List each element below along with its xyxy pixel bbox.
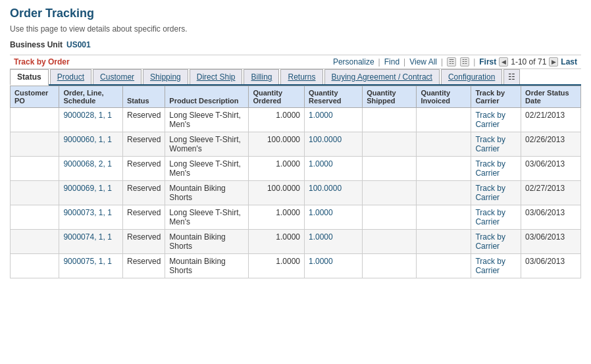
table-row: 9000075, 1, 1ReservedMountain Biking Sho… — [11, 254, 581, 278]
tab-shipping[interactable]: Shipping — [143, 69, 188, 84]
col-header: Quantity Ordered — [249, 86, 305, 108]
table-cell: Long Sleeve T-Shirt, Men's — [165, 108, 249, 132]
personalize-link[interactable]: Personalize — [333, 57, 374, 66]
table-cell[interactable]: 1.0000 — [305, 108, 363, 132]
table-cell — [417, 157, 471, 181]
table-cell: Long Sleeve T-Shirt, Men's — [165, 205, 249, 230]
sep4: | — [473, 57, 475, 66]
table-cell[interactable]: 1.0000 — [305, 205, 363, 230]
next-page-icon[interactable]: ▶ — [549, 57, 558, 66]
page-icon-1[interactable]: ☶ — [447, 57, 456, 66]
table-cell — [363, 181, 417, 205]
col-header: Customer PO — [11, 86, 59, 108]
col-header: Order, Line, Schedule — [59, 86, 123, 108]
table-cell[interactable]: 100.0000 — [305, 181, 363, 205]
table-cell — [417, 108, 471, 132]
table-row: 9000069, 1, 1ReservedMountain Biking Sho… — [11, 181, 581, 205]
table-cell[interactable]: 100.0000 — [305, 132, 363, 157]
last-link[interactable]: Last — [561, 57, 577, 66]
table-cell[interactable]: 1.0000 — [305, 230, 363, 254]
tab-billing[interactable]: Billing — [244, 69, 279, 84]
table-cell — [417, 132, 471, 157]
find-link[interactable]: Find — [384, 57, 399, 66]
table-cell: Mountain Biking Shorts — [165, 181, 249, 205]
sep3: | — [441, 57, 443, 66]
table-cell[interactable]: Track by Carrier — [471, 132, 521, 157]
col-header: Quantity Reserved — [305, 86, 363, 108]
table-cell[interactable]: Track by Carrier — [471, 108, 521, 132]
track-bar: Track by Order Personalize | Find | View… — [10, 55, 581, 69]
col-header: Quantity Shipped — [363, 86, 417, 108]
table-cell — [417, 230, 471, 254]
col-header: Order Status Date — [521, 86, 581, 108]
table-cell: 100.0000 — [249, 181, 305, 205]
tab-customer[interactable]: Customer — [93, 69, 141, 84]
tab-direct-ship[interactable]: Direct Ship — [190, 69, 243, 84]
table-cell: Mountain Biking Shorts — [165, 254, 249, 278]
table-row: 9000060, 1, 1ReservedLong Sleeve T-Shirt… — [11, 132, 581, 157]
track-tools: Personalize | Find | View All | ☶ ☷ | Fi… — [333, 57, 577, 66]
table-cell — [417, 254, 471, 278]
table-cell: 1.0000 — [249, 230, 305, 254]
table-cell — [363, 205, 417, 230]
table-cell[interactable]: Track by Carrier — [471, 205, 521, 230]
table-cell: Reserved — [123, 181, 165, 205]
table-cell[interactable]: 9000073, 1, 1 — [59, 205, 123, 230]
table-cell[interactable]: 9000074, 1, 1 — [59, 230, 123, 254]
sep1: | — [378, 57, 380, 66]
header-row: Customer POOrder, Line, ScheduleStatusPr… — [11, 86, 581, 108]
table-cell: Long Sleeve T-Shirt, Men's — [165, 157, 249, 181]
table-row: 9000073, 1, 1ReservedLong Sleeve T-Shirt… — [11, 205, 581, 230]
tab-product[interactable]: Product — [50, 69, 91, 84]
table-cell — [417, 205, 471, 230]
table-cell: 100.0000 — [249, 132, 305, 157]
tab-buying-agreement[interactable]: Buying Agreement / Contract — [324, 69, 440, 84]
table-cell: 1.0000 — [249, 108, 305, 132]
table-cell — [11, 254, 59, 278]
business-unit-row: Business Unit US001 — [10, 40, 581, 49]
table-cell[interactable]: 1.0000 — [305, 254, 363, 278]
pager-count: 1-10 of 71 — [511, 57, 546, 66]
table-cell[interactable]: 9000028, 1, 1 — [59, 108, 123, 132]
page-icon-2[interactable]: ☷ — [460, 57, 469, 66]
view-all-link[interactable]: View All — [409, 57, 437, 66]
table-cell — [11, 230, 59, 254]
business-unit-value: US001 — [66, 40, 91, 49]
table-cell — [11, 108, 59, 132]
table-cell — [363, 108, 417, 132]
tab-returns[interactable]: Returns — [280, 69, 322, 84]
table-cell: Reserved — [123, 108, 165, 132]
table-cell[interactable]: 9000060, 1, 1 — [59, 132, 123, 157]
table-cell — [363, 254, 417, 278]
table-cell[interactable]: Track by Carrier — [471, 181, 521, 205]
table-row: 9000068, 2, 1ReservedLong Sleeve T-Shirt… — [11, 157, 581, 181]
table-cell[interactable]: Track by Carrier — [471, 157, 521, 181]
table-cell[interactable]: 9000075, 1, 1 — [59, 254, 123, 278]
table-cell[interactable]: 9000068, 2, 1 — [59, 157, 123, 181]
tab-status[interactable]: Status — [10, 69, 49, 86]
table-cell: 1.0000 — [249, 254, 305, 278]
pager: First ◀ 1-10 of 71 ▶ Last — [479, 57, 577, 66]
table-cell[interactable]: Track by Carrier — [471, 230, 521, 254]
table-cell — [417, 181, 471, 205]
table-row: 9000074, 1, 1ReservedMountain Biking Sho… — [11, 230, 581, 254]
table-cell: 03/06/2013 — [521, 157, 581, 181]
table-cell: Mountain Biking Shorts — [165, 230, 249, 254]
table-cell — [363, 230, 417, 254]
prev-page-icon[interactable]: ◀ — [499, 57, 508, 66]
table-cell[interactable]: Track by Carrier — [471, 254, 521, 278]
table-cell — [363, 157, 417, 181]
table-cell[interactable]: 1.0000 — [305, 157, 363, 181]
first-link[interactable]: First — [479, 57, 496, 66]
table-body: 9000028, 1, 1ReservedLong Sleeve T-Shirt… — [11, 108, 581, 278]
table-row: 9000028, 1, 1ReservedLong Sleeve T-Shirt… — [11, 108, 581, 132]
table-cell — [11, 205, 59, 230]
business-unit-label: Business Unit — [10, 40, 63, 49]
table-cell: 02/27/2013 — [521, 181, 581, 205]
col-header: Track by Carrier — [471, 86, 521, 108]
tab-configuration[interactable]: Configuration — [441, 69, 502, 84]
tab-icon[interactable]: ☷ — [503, 69, 520, 84]
table-cell[interactable]: 9000069, 1, 1 — [59, 181, 123, 205]
col-header: Status — [123, 86, 165, 108]
sep2: | — [403, 57, 405, 66]
